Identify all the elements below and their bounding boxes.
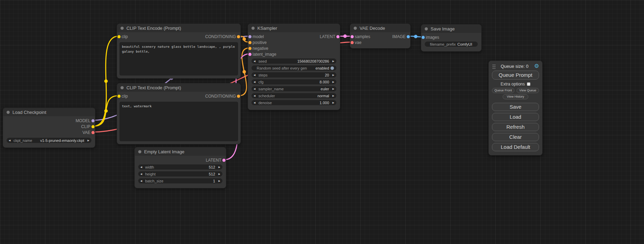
increment-arrow-icon[interactable]: ▶	[330, 74, 334, 76]
widget-name: denoise	[258, 101, 272, 105]
output-label: LATENT	[320, 34, 335, 39]
collapse-dot[interactable]	[425, 27, 428, 30]
negative-input-dot[interactable]	[248, 47, 252, 50]
decrement-arrow-icon[interactable]: ◀	[140, 173, 144, 175]
node-clip-negative-header[interactable]: CLIP Text Encode (Prompt)	[117, 83, 240, 92]
queue-front-button[interactable]: Queue Front	[492, 88, 514, 93]
view-queue-button[interactable]: View Queue	[517, 88, 539, 93]
latent-output-dot[interactable]	[336, 35, 339, 38]
image-output-dot[interactable]	[407, 35, 410, 38]
clip-input-dot[interactable]	[117, 35, 121, 38]
collapse-dot[interactable]	[354, 27, 357, 30]
increment-arrow-icon[interactable]: ▶	[330, 81, 334, 83]
increment-arrow-icon[interactable]: ▶	[217, 180, 220, 182]
decrement-arrow-icon[interactable]: ◀	[9, 139, 12, 142]
clip-input-dot[interactable]	[117, 94, 121, 98]
clear-button[interactable]: Clear	[492, 133, 539, 141]
node-clip-positive-header[interactable]: CLIP Text Encode (Prompt)	[117, 24, 240, 32]
widget-width[interactable]: ◀ width 512 ▶	[138, 164, 222, 170]
widget-value: enabled	[316, 66, 329, 70]
collapse-dot[interactable]	[252, 27, 255, 30]
output-slot-clip: CLIP	[3, 124, 95, 129]
decrement-arrow-icon[interactable]: ◀	[254, 60, 257, 62]
decrement-arrow-icon[interactable]: ◀	[254, 101, 257, 104]
load-button[interactable]: Load	[492, 113, 539, 121]
latent-image-input-dot[interactable]	[248, 53, 252, 56]
settings-gear-icon[interactable]: ⚙	[534, 63, 539, 69]
negative-prompt-textarea[interactable]: text, watermark	[120, 102, 238, 141]
positive-input-dot[interactable]	[248, 41, 252, 44]
widget-filename-prefix[interactable]: filename_prefix ComfyUI	[425, 42, 478, 47]
latent-output-dot[interactable]	[222, 159, 226, 162]
positive-prompt-textarea[interactable]: beautiful scenery nature glass bottle la…	[120, 42, 238, 75]
node-save-image-header[interactable]: Save Image	[421, 25, 481, 33]
increment-arrow-icon[interactable]: ▶	[86, 139, 89, 142]
save-button[interactable]: Save	[492, 103, 539, 111]
collapse-dot[interactable]	[7, 111, 10, 114]
conditioning-output-dot[interactable]	[237, 94, 240, 98]
increment-arrow-icon[interactable]: ▶	[330, 88, 334, 90]
slot-row-negative: negative	[248, 45, 340, 51]
decrement-arrow-icon[interactable]: ◀	[254, 74, 257, 76]
model-output-dot[interactable]	[91, 119, 95, 122]
widget-value: 20	[325, 73, 329, 77]
node-ksampler-header[interactable]: KSampler	[248, 24, 340, 32]
load-default-button[interactable]: Load Default	[492, 143, 539, 151]
extra-options-checkbox[interactable]	[527, 82, 530, 86]
drag-handle-icon[interactable]	[493, 64, 494, 65]
input-label: positive	[253, 40, 267, 45]
collapse-dot[interactable]	[121, 27, 124, 30]
node-load-checkpoint-header[interactable]: Load Checkpoint	[3, 108, 95, 116]
samples-input-dot[interactable]	[351, 35, 354, 38]
vae-output-dot[interactable]	[91, 131, 95, 134]
view-history-button[interactable]: View History	[503, 94, 528, 99]
decrement-arrow-icon[interactable]: ◀	[140, 166, 144, 168]
increment-arrow-icon[interactable]: ▶	[217, 173, 220, 175]
widget-name: width	[145, 165, 154, 169]
increment-arrow-icon[interactable]: ▶	[330, 101, 334, 104]
widget-value: 156680208700286	[297, 59, 329, 63]
widget-name: Random seed after every gen	[257, 66, 307, 70]
widget-cfg[interactable]: ◀ cfg 8.000 ▶	[252, 79, 336, 84]
images-input-dot[interactable]	[422, 36, 425, 39]
widget-name: height	[145, 172, 156, 176]
node-vae-decode[interactable]: VAE Decode samples IMAGE vae	[350, 24, 411, 48]
widget-height[interactable]: ◀ height 512 ▶	[138, 171, 222, 177]
toggle-indicator-dot[interactable]	[330, 66, 334, 70]
decrement-arrow-icon[interactable]: ◀	[254, 88, 257, 90]
wire-latent-samples-middot	[343, 35, 347, 38]
decrement-arrow-icon[interactable]: ◀	[140, 180, 144, 182]
node-clip-text-encode-positive[interactable]: CLIP Text Encode (Prompt) clip CONDITION…	[117, 24, 241, 79]
collapse-dot[interactable]	[138, 150, 141, 153]
node-vae-decode-header[interactable]: VAE Decode	[350, 24, 410, 32]
conditioning-output-dot[interactable]	[237, 35, 240, 38]
node-empty-latent-header[interactable]: Empty Latent Image	[135, 147, 226, 156]
queue-prompt-button[interactable]: Queue Prompt	[492, 71, 539, 80]
widget-ckpt-name[interactable]: ◀ ckpt_name v1-5-pruned-emaonly.ckpt ▶	[7, 138, 91, 143]
collapse-dot[interactable]	[121, 86, 124, 89]
widget-random-seed-toggle[interactable]: Random seed after every gen enabled	[252, 65, 336, 71]
widget-steps[interactable]: ◀ steps 20 ▶	[252, 72, 336, 78]
increment-arrow-icon[interactable]: ▶	[217, 166, 220, 168]
decrement-arrow-icon[interactable]: ◀	[254, 81, 257, 83]
decrement-arrow-icon[interactable]: ◀	[254, 94, 257, 97]
node-clip-text-encode-negative[interactable]: CLIP Text Encode (Prompt) clip CONDITION…	[117, 83, 241, 144]
node-save-image[interactable]: Save Image images filename_prefix ComfyU…	[421, 24, 482, 52]
node-load-checkpoint[interactable]: Load Checkpoint MODEL CLIP VAE ◀ ckpt_na…	[3, 108, 95, 148]
node-ksampler[interactable]: KSampler model LATENT positive negative …	[248, 24, 340, 110]
widget-batch-size[interactable]: ◀ batch_size 1 ▶	[138, 178, 222, 183]
clip-output-dot[interactable]	[91, 125, 95, 128]
widget-seed[interactable]: ◀ seed 156680208700286 ▶	[252, 58, 336, 64]
increment-arrow-icon[interactable]: ▶	[330, 94, 334, 97]
slot-row: clip CONDITIONING	[117, 34, 240, 39]
vae-input-dot[interactable]	[351, 41, 354, 44]
increment-arrow-icon[interactable]: ▶	[330, 60, 334, 62]
widget-denoise[interactable]: ◀ denoise 1.000 ▶	[252, 100, 336, 105]
widget-scheduler[interactable]: ◀ scheduler normal ▶	[252, 93, 336, 98]
input-label: images	[426, 35, 439, 40]
model-input-dot[interactable]	[248, 35, 252, 38]
extra-options-label: Extra options	[501, 82, 525, 87]
widget-sampler-name[interactable]: ◀ sampler_name euler ▶	[252, 86, 336, 91]
node-empty-latent-image[interactable]: Empty Latent Image LATENT ◀ width 512 ▶ …	[134, 147, 226, 188]
refresh-button[interactable]: Refresh	[492, 123, 539, 131]
